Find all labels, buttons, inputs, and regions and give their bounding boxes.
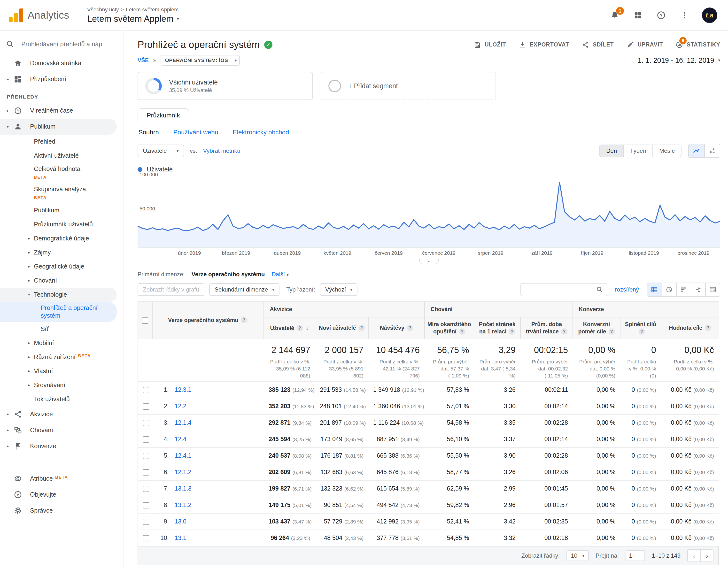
account-switcher[interactable]: Letem světem Applem ▾ <box>87 14 179 24</box>
row-checkbox[interactable] <box>143 436 149 443</box>
help-icon[interactable]: ? <box>561 328 567 335</box>
sidebar-item-atribuce[interactable]: AtribuceBETA <box>0 471 124 487</box>
sidebar-item-aktivni-uzivatele[interactable]: Aktivní uživatelé <box>0 149 124 163</box>
sidebar-item-spravce[interactable]: Správce <box>0 503 124 519</box>
help-icon[interactable]: ? <box>705 325 711 331</box>
help-icon[interactable]: ? <box>407 325 413 331</box>
chevron-right-icon[interactable]: ▸ <box>3 428 13 433</box>
chevron-right-icon[interactable]: ▸ <box>24 236 34 241</box>
os-version-link[interactable]: 13.1.3 <box>175 485 192 492</box>
sidebar-item-akvizice[interactable]: ▸Akvizice <box>0 406 124 422</box>
subtab-summary[interactable]: Souhrn <box>139 129 159 136</box>
sidebar-item-publikum[interactable]: Publikum <box>0 203 124 217</box>
secondary-dimension-button[interactable]: Sekundární dimenze▾ <box>209 283 279 296</box>
tab-explorer[interactable]: Průzkumník <box>138 108 189 122</box>
row-checkbox[interactable] <box>143 387 149 393</box>
column-header-bounce-rate[interactable]: Míra okamžitého opuštění? <box>425 317 474 339</box>
notifications-button[interactable]: 1 <box>609 9 620 21</box>
sidebar-item-v-realnem-case[interactable]: ▸V reálném čase <box>0 103 124 119</box>
sidebar-search-input[interactable] <box>21 40 113 48</box>
sidebar-item-konverze[interactable]: ▸Konverze <box>0 438 124 454</box>
users-line-chart[interactable] <box>138 175 720 248</box>
sidebar-item-vlastni[interactable]: ▸Vlastní <box>0 364 124 378</box>
dimension-more-link[interactable]: Další ▾ <box>272 271 289 278</box>
chevron-down-icon[interactable]: ▾ <box>24 292 34 297</box>
breadcrumb-root[interactable]: Všechny účty <box>87 7 119 13</box>
os-version-link[interactable]: 12.4 <box>175 436 186 442</box>
segment-card-all-users[interactable]: Všichni uživatelé 35,09 % Uživatelé <box>138 72 313 100</box>
column-header-conversion-rate[interactable]: Konverzní poměr cíle? <box>573 317 620 339</box>
column-header-users[interactable]: Uživatelé?↓ <box>264 317 315 339</box>
edit-button[interactable]: UPRAVIT <box>626 41 663 49</box>
help-icon[interactable]: ? <box>609 328 615 335</box>
sidebar-item-prehled[interactable]: Přehled <box>0 135 124 149</box>
select-metric-link[interactable]: Vybrat metriku <box>203 147 240 154</box>
pivot-view-button[interactable] <box>705 283 720 296</box>
sidebar-item-tok-uzivatelu[interactable]: Tok uživatelů <box>0 392 124 406</box>
sidebar-item-skupinova-analyza[interactable]: Skupinová analýzaBETA <box>0 183 124 203</box>
chevron-right-icon[interactable]: ▸ <box>24 383 34 388</box>
help-icon[interactable]: ? <box>297 325 303 331</box>
share-button[interactable]: SDÍLET <box>582 41 614 49</box>
save-button[interactable]: ULOŽIT <box>473 41 506 49</box>
filter-all-link[interactable]: VŠE <box>138 57 149 64</box>
sidebar-item-celkova-hodnota[interactable]: Celková hodnotaBETA <box>0 163 124 183</box>
column-header-new-users[interactable]: Noví uživatelé? <box>315 317 368 339</box>
sidebar-item-srovnavani[interactable]: ▸Srovnávání <box>0 378 124 392</box>
sidebar-item-publikum[interactable]: ▾Publikum <box>0 119 117 135</box>
sidebar-item-sit[interactable]: Síť <box>0 322 124 336</box>
column-header-avg-duration[interactable]: Prům. doba trvání relace? <box>520 317 573 339</box>
chevron-right-icon[interactable]: ▸ <box>24 354 34 360</box>
sidebar-item-zajmy[interactable]: ▸Zájmy <box>0 246 124 260</box>
sidebar-search[interactable] <box>0 34 124 55</box>
chevron-right-icon[interactable]: ▸ <box>24 264 34 269</box>
insights-button[interactable]: 6 STATISTIKY <box>675 41 720 49</box>
sidebar-item-technologie[interactable]: ▾Technologie <box>0 288 117 302</box>
next-page-button[interactable]: › <box>700 550 713 561</box>
column-header-goal-completions[interactable]: Splnění cílů? <box>620 317 661 339</box>
sidebar-item-prohlizec-a-operacni-system[interactable]: Prohlížeč a operační systém <box>0 302 117 322</box>
os-version-link[interactable]: 12.2 <box>175 403 186 409</box>
row-checkbox[interactable] <box>143 453 149 459</box>
os-version-link[interactable]: 12.3.1 <box>175 386 192 393</box>
table-search-input[interactable] <box>524 286 596 293</box>
chevron-down-icon[interactable]: ▾ <box>232 56 239 65</box>
column-header-pages-per-session[interactable]: Počet stránek na 1 relaci? <box>474 317 520 339</box>
subtab-site-usage[interactable]: Používání webu <box>173 129 218 136</box>
column-header-goal-value[interactable]: Hodnota cíle? <box>661 317 719 339</box>
row-checkbox[interactable] <box>143 519 149 525</box>
sidebar-item-objevujte[interactable]: Objevujte <box>0 487 124 503</box>
os-version-link[interactable]: 13.1 <box>175 534 186 541</box>
granularity-month[interactable]: Měsíc <box>652 145 681 157</box>
row-checkbox[interactable] <box>143 420 149 426</box>
comparison-view-button[interactable] <box>691 283 705 296</box>
chevron-right-icon[interactable]: ▸ <box>3 77 13 82</box>
help-icon[interactable]: ? <box>639 328 645 335</box>
os-version-link[interactable]: 13.0 <box>175 518 186 525</box>
avatar[interactable]: Ła <box>702 8 717 23</box>
sidebar-item-pruzkumnik-uzivatelu[interactable]: Průzkumník uživatelů <box>0 217 124 231</box>
table-search[interactable] <box>520 283 607 296</box>
chevron-right-icon[interactable]: ▸ <box>24 278 34 283</box>
sidebar-item-prizpusobeni[interactable]: ▸Přizpůsobení <box>0 71 124 87</box>
chevron-right-icon[interactable]: ▸ <box>3 412 13 417</box>
add-segment-button[interactable]: + Přidat segment <box>321 72 496 100</box>
row-checkbox[interactable] <box>143 469 149 476</box>
sidebar-item-chovani[interactable]: ▸Chování <box>0 274 124 288</box>
date-range-picker[interactable]: 1. 1. 2019 - 16. 12. 2019 ▾ <box>638 56 720 64</box>
sidebar-item-chovani[interactable]: ▸Chování <box>0 422 124 438</box>
help-icon[interactable]: ? <box>459 328 465 335</box>
sidebar-item-mobilni[interactable]: ▸Mobilní <box>0 336 124 350</box>
breadcrumb-account[interactable]: Letem světem Applem <box>126 7 179 13</box>
plot-rows-button[interactable]: Zobrazit řádky v grafu <box>138 283 204 296</box>
goto-page-input[interactable] <box>626 550 645 561</box>
more-menu-button[interactable] <box>679 9 690 21</box>
sidebar-item-ruzna-zarizeni[interactable]: ▸Různá zařízeníBETA <box>0 350 124 364</box>
apps-grid-button[interactable] <box>632 9 644 21</box>
help-button[interactable]: ? <box>655 9 667 21</box>
performance-view-button[interactable] <box>676 283 691 296</box>
row-checkbox[interactable] <box>143 486 149 492</box>
help-icon[interactable]: ? <box>358 325 365 331</box>
help-icon[interactable]: ? <box>241 317 247 323</box>
advanced-filter-link[interactable]: rozšířený <box>615 286 639 293</box>
